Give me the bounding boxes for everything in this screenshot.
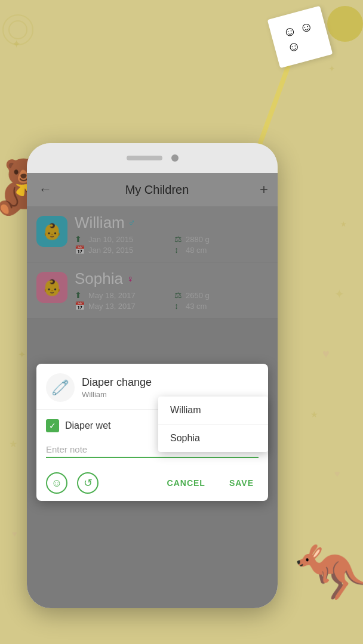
dropdown-option-sophia[interactable]: Sophia (158, 425, 268, 452)
dialog-child-name: William (82, 390, 152, 399)
svg-text:✦: ✦ (334, 287, 344, 301)
dropdown-option-william[interactable]: William (158, 397, 268, 425)
history-button[interactable]: ↺ (77, 472, 99, 494)
dialog-actions-row: ☺ ↺ CANCEL SAVE (36, 467, 268, 501)
svg-text:✦: ✦ (328, 64, 336, 73)
dialog-title: Diaper change (82, 376, 152, 389)
dialog-action-icons: ☺ ↺ (46, 472, 99, 494)
phone-body: ← My Children + 👶 William ♂ ⬆ (27, 143, 278, 608)
diaper-wet-label: Diaper wet (65, 420, 110, 431)
svg-text:♥: ♥ (334, 469, 340, 479)
diaper-emoji: 🧷 (51, 379, 69, 396)
phone-speaker (127, 156, 162, 160)
phone-screen: ← My Children + 👶 William ♂ ⬆ (27, 173, 278, 608)
dialog-header-text: Diaper change William (82, 376, 152, 399)
phone-notch (27, 143, 278, 173)
child-selection-dropdown: William Sophia (158, 397, 268, 452)
medal-badge-decoration (327, 6, 363, 42)
kangaroo-right-decoration: 🦘 (294, 538, 363, 608)
svg-text:★: ★ (340, 220, 347, 228)
cancel-button[interactable]: CANCEL (162, 473, 210, 493)
svg-text:♥: ♥ (322, 347, 330, 360)
diaper-icon: 🧷 (46, 373, 75, 402)
svg-text:♥: ♥ (12, 529, 17, 538)
phone-camera (171, 154, 179, 162)
svg-text:✦: ✦ (18, 349, 26, 360)
svg-text:★: ★ (310, 410, 318, 419)
svg-point-11 (9, 21, 27, 39)
save-button[interactable]: SAVE (224, 473, 259, 493)
emoji-picker-button[interactable]: ☺ (46, 472, 67, 494)
phone-device: ← My Children + 👶 William ♂ ⬆ (27, 143, 278, 620)
dialog-buttons: CANCEL SAVE (162, 473, 259, 493)
diaper-wet-checkbox[interactable]: ✓ (46, 419, 59, 432)
svg-text:★: ★ (9, 439, 17, 449)
